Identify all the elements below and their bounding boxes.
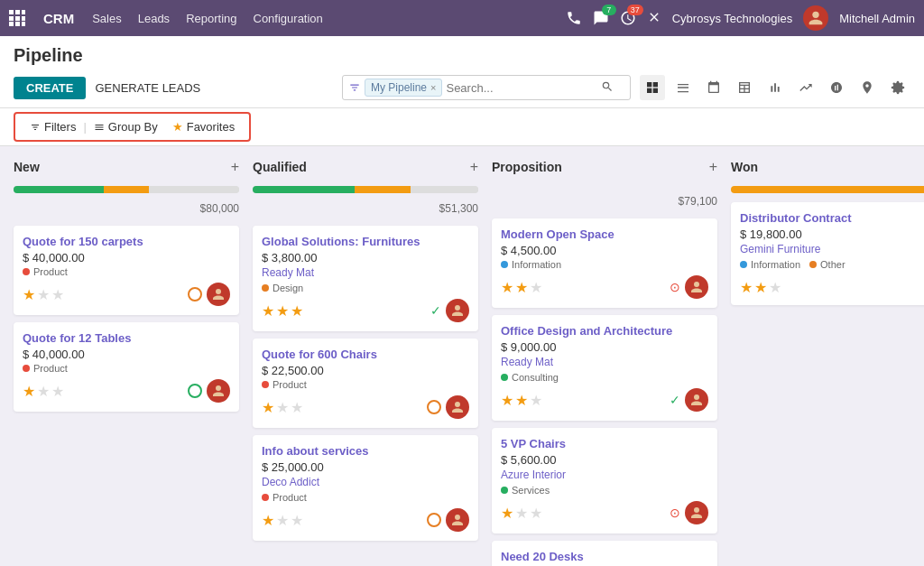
kanban-card-1-0[interactable]: Global Solutions: Furnitures $ 3,800.00 … (253, 226, 478, 331)
bar-chart-icon[interactable] (762, 75, 788, 100)
svg-rect-6 (9, 22, 14, 26)
star-0: ★ (262, 512, 274, 529)
page-title: Pipeline (14, 45, 83, 66)
card-status-icon (427, 513, 441, 527)
favorites-label: Favorites (187, 120, 235, 134)
star-1: ★ (37, 286, 50, 303)
card-tag: Information (501, 259, 708, 270)
list-view-icon[interactable] (670, 75, 696, 100)
svg-rect-10 (647, 82, 651, 87)
star-rating: ★★★ (23, 286, 64, 303)
tag-dot (501, 487, 508, 494)
nav-configuration[interactable]: Configuration (254, 12, 323, 25)
chat-icon-wrap[interactable]: 7 (593, 10, 609, 26)
card-company: Gemini Furniture (740, 243, 924, 255)
card-title: Modern Open Space (501, 227, 708, 241)
star-0: ★ (262, 399, 274, 416)
kanban-card-1-2[interactable]: Info about services $ 25,000.00 Deco Add… (253, 435, 478, 541)
groupby-button[interactable]: Group By (87, 117, 165, 136)
phone-icon-wrap[interactable] (566, 10, 582, 26)
top-navigation: CRM Sales Leads Reporting Configuration … (0, 0, 924, 36)
card-company: Deco Addict (262, 476, 469, 488)
card-tag2: Other (809, 259, 845, 270)
card-footer: ★★★ ✓ (262, 299, 469, 322)
kanban-card-0-1[interactable]: Quote for 12 Tables $ 40,000.00 Product … (14, 322, 239, 412)
map-icon[interactable] (855, 75, 880, 100)
close-icon[interactable] (647, 10, 661, 27)
user-avatar[interactable] (803, 5, 828, 31)
clock-icon-wrap[interactable]: 37 (620, 10, 636, 26)
filters-button[interactable]: Filters (23, 117, 83, 136)
star-1: ★ (276, 302, 289, 320)
table-view-icon[interactable] (732, 75, 757, 100)
col-add-1[interactable]: + (470, 159, 478, 175)
star-2: ★ (530, 505, 542, 522)
card-footer: ★★★ ⊙ (501, 501, 708, 524)
card-title: Info about services (262, 444, 469, 458)
pivot-icon[interactable] (824, 75, 849, 100)
card-status-icon (188, 287, 202, 302)
card-title: Quote for 150 carpets (23, 235, 230, 248)
search-tag-close[interactable]: × (430, 82, 436, 93)
col-amount-0: $80,000 (14, 202, 239, 215)
card-amount: $ 9,000.00 (501, 340, 708, 354)
col-header-3: Won + (731, 155, 924, 179)
apps-menu[interactable] (9, 10, 25, 26)
col-add-2[interactable]: + (709, 159, 717, 175)
card-icons (188, 379, 230, 403)
card-status-icon: ✓ (430, 303, 441, 318)
card-company: Ready Mat (501, 356, 708, 368)
card-status-icon: ✓ (670, 393, 680, 407)
favorites-button[interactable]: ★ Favorites (165, 117, 242, 136)
card-title: Global Solutions: Furnitures (262, 235, 469, 248)
card-footer: ★★★ ⊙ (501, 275, 708, 299)
create-button[interactable]: CREATE (14, 77, 86, 99)
tag-label: Product (273, 379, 307, 390)
star-2: ★ (291, 399, 303, 416)
kanban-card-0-0[interactable]: Quote for 150 carpets $ 40,000.00 Produc… (14, 226, 239, 315)
calendar-view-icon[interactable] (701, 75, 726, 100)
svg-point-9 (813, 12, 819, 18)
svg-point-21 (694, 394, 699, 400)
kanban-col-0: New + $80,000 Quote for 150 carpets $ 40… (14, 155, 239, 564)
kanban-card-3-0[interactable]: Distributor Contract $ 19,800.00 Gemini … (731, 202, 924, 305)
nav-sales[interactable]: Sales (92, 12, 122, 25)
svg-rect-2 (22, 10, 25, 14)
col-add-0[interactable]: + (231, 159, 239, 175)
kanban-card-2-2[interactable]: 5 VP Chairs $ 5,600.00 Azure Interior Se… (492, 428, 717, 534)
kanban-card-2-0[interactable]: Modern Open Space $ 4,500.00 Information… (492, 218, 717, 308)
settings-icon[interactable] (885, 75, 910, 100)
breadcrumb-row: Pipeline (0, 36, 924, 68)
col-progress-1 (253, 186, 478, 193)
star-1: ★ (276, 399, 289, 416)
search-tag[interactable]: My Pipeline × (365, 79, 442, 97)
search-submit-icon[interactable] (601, 80, 614, 96)
card-title: Office Design and Architecture (501, 324, 708, 338)
line-chart-icon[interactable] (793, 75, 818, 100)
col-header-1: Qualified + (253, 155, 478, 179)
svg-rect-1 (15, 10, 20, 14)
company-name: Cybrosys Technologies (672, 12, 792, 25)
card-footer: ★★★ (262, 508, 469, 532)
nav-leads[interactable]: Leads (138, 12, 170, 25)
kanban-col-2: Proposition + $79,100 Modern Open Space … (492, 155, 717, 564)
kanban-card-2-3[interactable]: Need 20 Desks $ 60,000.00 (492, 541, 717, 566)
kanban-view-icon[interactable] (640, 75, 665, 100)
card-icons (188, 283, 230, 306)
star-2: ★ (530, 392, 542, 409)
card-amount: $ 22,500.00 (262, 364, 469, 377)
star-1: ★ (754, 279, 767, 296)
col-header-0: New + (14, 155, 239, 179)
generate-leads-button[interactable]: GENERATE LEADS (95, 81, 200, 95)
tag-dot (23, 365, 30, 372)
star-2: ★ (291, 302, 303, 320)
kanban-card-1-1[interactable]: Quote for 600 Chairs $ 22,500.00 Product… (253, 339, 478, 428)
kanban-card-2-1[interactable]: Office Design and Architecture $ 9,000.0… (492, 315, 717, 421)
star-2: ★ (291, 512, 303, 529)
card-title: Need 20 Desks (501, 550, 708, 563)
card-footer: ★★★ (23, 379, 230, 403)
nav-reporting[interactable]: Reporting (186, 12, 236, 25)
card-company: Ready Mat (262, 266, 469, 279)
search-input[interactable] (446, 81, 597, 95)
svg-point-16 (216, 385, 221, 391)
